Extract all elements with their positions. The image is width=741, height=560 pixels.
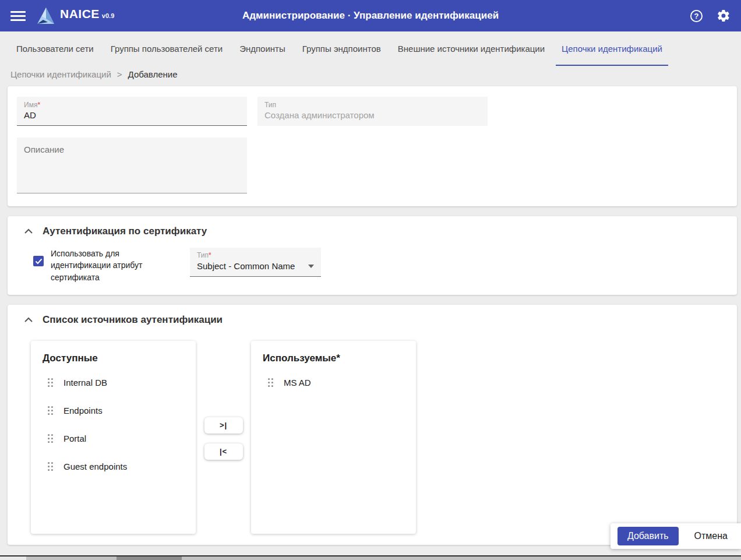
available-list-title: Доступные — [41, 353, 196, 364]
source-item-label: Guest endpoints — [63, 462, 127, 471]
chain-form-card: Имя* AD Тип Создана администратором Опис… — [8, 86, 737, 206]
source-item-label: MS AD — [284, 378, 311, 388]
name-field[interactable]: Имя* AD — [17, 97, 247, 126]
description-field[interactable]: Описание — [17, 138, 247, 193]
type-field: Тип Создана администратором — [257, 97, 488, 126]
use-cert-attribute-checkbox[interactable]: Использовать для идентификации атрибут с… — [33, 248, 172, 283]
menu-icon[interactable] — [10, 11, 26, 21]
checkbox-label: Использовать для идентификации атрибут с… — [51, 248, 172, 283]
source-item[interactable]: Endpoints — [41, 397, 196, 425]
drag-handle-icon[interactable] — [47, 434, 54, 443]
page-title: Администрирование · Управление идентифик… — [242, 10, 499, 22]
logo-triangle-icon — [36, 7, 55, 25]
horizontal-scrollbar[interactable] — [0, 557, 741, 560]
scrollbar-thumb[interactable] — [117, 557, 182, 560]
transfer-controls: >| |< — [196, 341, 251, 534]
type-select-label: Тип — [197, 251, 209, 259]
auth-sources-card: Список источников аутентификации Доступн… — [8, 305, 737, 545]
tab-endpoints[interactable]: Эндпоинты — [234, 31, 291, 66]
add-button[interactable]: Добавить — [618, 527, 679, 545]
name-field-label: Имя — [24, 101, 37, 109]
collapse-chevron-icon[interactable] — [24, 317, 33, 323]
used-sources-list: Используемые* MS AD — [251, 341, 416, 534]
cert-attribute-type-select[interactable]: Тип* Subject - Common Name — [190, 248, 321, 277]
required-asterisk: * — [209, 251, 211, 259]
tab-network-users[interactable]: Пользователи сети — [10, 31, 100, 66]
tab-external-identity-sources[interactable]: Внешние источники идентификации — [392, 31, 551, 66]
collapse-chevron-icon[interactable] — [24, 228, 33, 234]
description-placeholder: Описание — [24, 145, 240, 154]
move-all-left-button[interactable]: |< — [204, 443, 243, 460]
scrollbar-corner — [0, 557, 26, 560]
certificate-auth-title: Аутентификация по сертификату — [43, 226, 207, 237]
source-item[interactable]: Internal DB — [41, 369, 196, 397]
source-item-label: Endpoints — [63, 406, 103, 415]
available-items: Internal DB Endpoints — [41, 369, 196, 481]
required-asterisk: * — [37, 101, 40, 109]
used-items: MS AD — [262, 369, 416, 397]
tab-bar: Пользователи сети Группы пользователей с… — [0, 31, 741, 66]
tab-endpoint-groups[interactable]: Группы эндпоинтов — [297, 31, 387, 66]
drag-handle-icon[interactable] — [47, 406, 54, 415]
certificate-auth-card: Аутентификация по сертификату Использова… — [8, 216, 737, 295]
source-item[interactable]: Guest endpoints — [41, 453, 196, 481]
drag-handle-icon[interactable] — [267, 378, 274, 388]
drag-handle-icon[interactable] — [47, 378, 54, 388]
drag-handle-icon[interactable] — [47, 462, 54, 471]
app-window: NAICE v0.9 Администрирование · Управлени… — [0, 0, 741, 560]
action-bar: Добавить Отмена — [611, 523, 741, 549]
source-item[interactable]: MS AD — [262, 369, 416, 397]
tab-identity-chains[interactable]: Цепочки идентификаций — [556, 31, 668, 66]
available-sources-list: Доступные Internal DB — [31, 341, 196, 534]
dropdown-arrow-icon — [308, 265, 314, 268]
breadcrumb-current: Добавление — [128, 69, 178, 79]
type-field-label: Тип — [264, 101, 276, 109]
top-bar: NAICE v0.9 Администрирование · Управлени… — [0, 0, 741, 31]
app-version: v0.9 — [102, 12, 114, 19]
settings-gear-icon[interactable] — [717, 9, 731, 23]
app-name: NAICE — [60, 7, 100, 21]
breadcrumb: Цепочки идентификаций > Добавление — [0, 66, 741, 86]
svg-text:?: ? — [694, 11, 699, 20]
breadcrumb-separator: > — [117, 69, 122, 79]
move-all-right-button[interactable]: >| — [204, 417, 243, 434]
source-item[interactable]: Portal — [41, 425, 196, 453]
source-item-label: Portal — [63, 434, 86, 443]
type-select-value: Subject - Common Name — [197, 261, 295, 271]
source-item-label: Internal DB — [63, 378, 107, 388]
cancel-button[interactable]: Отмена — [694, 531, 728, 541]
checkbox-checked-icon[interactable] — [33, 256, 44, 266]
breadcrumb-parent[interactable]: Цепочки идентификаций — [10, 69, 111, 79]
app-logo: NAICE v0.9 — [36, 7, 114, 25]
tab-network-user-groups[interactable]: Группы пользователей сети — [105, 31, 229, 66]
type-field-placeholder: Создана администратором — [264, 110, 481, 120]
auth-sources-title: Список источников аутентификации — [43, 314, 223, 326]
used-list-title: Используемые* — [262, 353, 416, 364]
help-icon[interactable]: ? — [689, 9, 704, 23]
name-field-value: AD — [24, 110, 240, 120]
